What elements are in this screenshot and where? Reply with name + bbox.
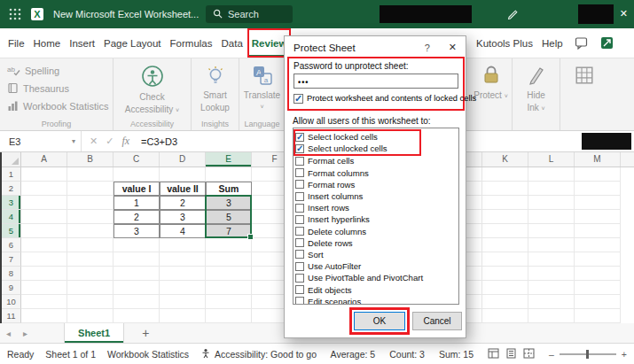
cell-L4[interactable] (528, 210, 575, 224)
permissions-listbox[interactable]: Select locked cellsSelect unlocked cells… (293, 128, 459, 305)
zoom-out-icon[interactable]: – (549, 349, 554, 360)
cancel-entry-icon[interactable]: ✕ (90, 136, 98, 147)
cell-D1[interactable] (160, 167, 206, 182)
cell-L5[interactable] (528, 224, 575, 238)
cell-L7[interactable] (528, 252, 575, 267)
cell-B7[interactable] (67, 252, 113, 267)
cell-B6[interactable] (67, 238, 113, 252)
cell-B9[interactable] (67, 281, 113, 295)
share-icon[interactable] (600, 36, 614, 51)
cell-B11[interactable] (67, 309, 113, 323)
row-header-1[interactable]: 1 (2, 167, 21, 182)
cell-M4[interactable] (575, 210, 621, 224)
cell-M6[interactable] (575, 238, 621, 252)
row-header-2[interactable]: 2 (2, 182, 21, 196)
cell-K10[interactable] (482, 295, 528, 309)
tab-insert[interactable]: Insert (65, 28, 99, 58)
thesaurus-button[interactable]: Thesaurus (4, 80, 109, 97)
cell-K7[interactable] (482, 252, 528, 267)
cell-E4[interactable]: 5 (206, 210, 252, 224)
option-insert-rows[interactable]: Insert rows (295, 202, 457, 213)
hide-ink-button[interactable]: Hide Ink ˅ (516, 62, 556, 113)
menu-grid-icon[interactable] (9, 8, 21, 20)
cell-C5[interactable]: 3 (113, 224, 160, 238)
cell-E1[interactable] (206, 167, 252, 182)
cell-M5[interactable] (575, 224, 621, 238)
cell-B2[interactable] (67, 182, 113, 196)
cell-E11[interactable] (206, 309, 252, 323)
cell-B3[interactable] (67, 196, 113, 210)
checkbox-unchecked-icon[interactable] (295, 227, 304, 236)
cell-K6[interactable] (482, 238, 528, 252)
comments-icon[interactable] (575, 36, 588, 51)
cell-M3[interactable] (575, 196, 621, 210)
cell-E7[interactable] (206, 252, 252, 267)
search-box[interactable]: Search (206, 5, 293, 23)
smart-lookup-button[interactable]: Smart Lookup (195, 62, 235, 113)
insert-function-icon[interactable]: fx (121, 135, 129, 148)
option-delete-columns[interactable]: Delete columns (295, 226, 457, 237)
row-header-7[interactable]: 7 (2, 252, 21, 267)
tab-page-layout[interactable]: Page Layout (99, 28, 166, 58)
cell-E2[interactable]: Sum (206, 182, 252, 196)
cell-E8[interactable] (206, 267, 252, 281)
cell-A8[interactable] (21, 267, 67, 281)
cell-L11[interactable] (528, 309, 575, 323)
cell-D8[interactable] (160, 267, 206, 281)
option-format-rows[interactable]: Format rows (295, 179, 457, 190)
row-header-3[interactable]: 3 (2, 196, 21, 210)
column-header-m[interactable]: M (575, 152, 621, 167)
cell-L1[interactable] (528, 167, 575, 182)
row-header-5[interactable]: 5 (2, 224, 21, 238)
grid-tool-icon[interactable] (575, 66, 594, 130)
check-accessibility-button[interactable]: Check Accessibility ˅ (117, 62, 187, 115)
checkbox-checked-icon[interactable] (295, 133, 304, 142)
cell-M2[interactable] (575, 182, 621, 196)
cell-L2[interactable] (528, 182, 575, 196)
cell-C7[interactable] (113, 252, 160, 267)
column-header-k[interactable]: K (482, 152, 528, 167)
checkbox-unchecked-icon[interactable] (295, 192, 304, 201)
cell-M1[interactable] (575, 167, 621, 182)
tab-home[interactable]: Home (29, 28, 66, 58)
checkbox-unchecked-icon[interactable] (295, 180, 304, 189)
column-header-l[interactable]: L (528, 152, 575, 167)
checkbox-unchecked-icon[interactable] (295, 157, 304, 166)
cancel-button[interactable]: Cancel (412, 312, 462, 330)
row-header-10[interactable]: 10 (2, 295, 21, 309)
cell-E5[interactable]: 7 (206, 224, 252, 238)
formula-input[interactable]: =C3+D3 (141, 136, 177, 147)
cell-A3[interactable] (21, 196, 67, 210)
cell-C9[interactable] (113, 281, 160, 295)
cell-C11[interactable] (113, 309, 160, 323)
cell-E9[interactable] (206, 281, 252, 295)
cell-K5[interactable] (482, 224, 528, 238)
option-sort[interactable]: Sort (295, 249, 457, 260)
cell-D5[interactable]: 4 (160, 224, 206, 238)
cell-A5[interactable] (21, 224, 67, 238)
workbook-statistics-button[interactable]: Workbook Statistics (4, 97, 109, 115)
page-break-view-icon[interactable] (523, 348, 535, 360)
cell-C2[interactable]: value I (113, 182, 160, 196)
row-header-4[interactable]: 4 (2, 210, 21, 224)
cell-M10[interactable] (575, 295, 621, 309)
window-close-icon[interactable]: ✕ (620, 8, 628, 19)
confirm-entry-icon[interactable]: ✓ (106, 136, 113, 147)
cell-B5[interactable] (67, 224, 113, 238)
cell-M7[interactable] (575, 252, 621, 267)
cell-K9[interactable] (482, 281, 528, 295)
normal-view-icon[interactable] (488, 348, 499, 360)
dialog-close-icon[interactable]: ✕ (449, 42, 457, 53)
cell-L8[interactable] (528, 267, 575, 281)
password-input[interactable] (294, 74, 458, 89)
row-header-9[interactable]: 9 (2, 281, 21, 295)
cell-A10[interactable] (21, 295, 67, 309)
checkbox-unchecked-icon[interactable] (295, 204, 304, 213)
cell-A6[interactable] (21, 238, 67, 252)
name-box[interactable]: E3 ▾ (0, 131, 82, 151)
cell-A2[interactable] (21, 182, 67, 196)
cell-K3[interactable] (482, 196, 528, 210)
cell-D3[interactable]: 2 (160, 196, 206, 210)
cell-C8[interactable] (113, 267, 160, 281)
checkbox-unchecked-icon[interactable] (295, 215, 304, 224)
